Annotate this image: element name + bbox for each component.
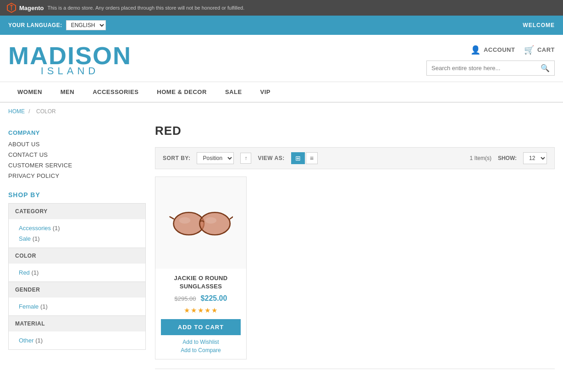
svg-point-6: [179, 217, 191, 224]
product-image-area: [155, 177, 246, 269]
breadcrumb-separator: /: [28, 108, 32, 115]
search-button[interactable]: 🔍: [536, 61, 554, 75]
search-bar: 🔍: [426, 61, 555, 76]
logo-main-text: MADISON: [8, 43, 132, 68]
header-actions: 👤 ACCOUNT 🛒 CART: [470, 45, 555, 55]
language-label: YOUR LANGUAGE:: [8, 22, 62, 28]
add-to-wishlist-link[interactable]: Add to Wishlist: [161, 339, 241, 345]
cart-icon: 🛒: [524, 45, 535, 55]
filter-item-red[interactable]: Red (1): [15, 267, 139, 278]
welcome-text: WELCOME: [523, 22, 555, 28]
main-nav: WOMEN MEN ACCESSORIES HOME & DECOR SALE …: [0, 82, 563, 103]
filter-material-body: Other (1): [9, 331, 145, 349]
filter-gender-body: Female (1): [9, 298, 145, 315]
logo[interactable]: MADISON ISLAND: [8, 43, 132, 77]
nav-item-women: WOMEN: [8, 82, 51, 102]
sidebar-link-privacy-policy[interactable]: PRIVACY POLICY: [8, 171, 146, 181]
price-old: $295.00: [175, 295, 196, 302]
nav-link-home-decor[interactable]: HOME & DECOR: [148, 82, 216, 102]
svg-line-5: [230, 217, 233, 219]
cart-link[interactable]: 🛒 CART: [524, 45, 555, 55]
filter-group-category: CATEGORY Accessories (1) Sale (1): [8, 203, 146, 248]
language-dropdown[interactable]: ENGLISH: [66, 20, 106, 30]
nav-link-accessories[interactable]: ACCESSORIES: [83, 82, 148, 102]
nav-link-sale[interactable]: SALE: [216, 82, 251, 102]
account-link[interactable]: 👤 ACCOUNT: [470, 45, 515, 55]
filter-group-color: COLOR Red (1): [8, 248, 146, 282]
search-input[interactable]: [427, 61, 536, 75]
nav-item-sale: SALE: [216, 82, 251, 102]
items-count: 1 Item(s): [470, 155, 491, 161]
list-icon: ≡: [310, 155, 314, 162]
toolbar-left: SORT BY: Position Name Price ↑ VIEW AS: …: [163, 152, 318, 164]
filter-group-gender: GENDER Female (1): [8, 282, 146, 316]
product-name: JACKIE O ROUND SUNGLASSES: [161, 274, 241, 291]
filter-color-body: Red (1): [9, 264, 145, 282]
add-to-compare-link[interactable]: Add to Compare: [161, 347, 241, 353]
search-icon: 🔍: [541, 64, 550, 72]
product-links: Add to Wishlist Add to Compare: [161, 339, 241, 353]
main-content: COMPANY ABOUT US CONTACT US CUSTOMER SER…: [0, 120, 563, 369]
magento-logo: Magento: [6, 3, 44, 13]
shop-by-title: SHOP BY: [8, 191, 146, 199]
filter-color-header: COLOR: [9, 248, 145, 264]
add-to-cart-button[interactable]: ADD TO CART: [161, 319, 241, 335]
nav-list: WOMEN MEN ACCESSORIES HOME & DECOR SALE …: [8, 82, 555, 102]
language-bar: YOUR LANGUAGE: ENGLISH WELCOME: [0, 16, 563, 35]
sort-direction-button[interactable]: ↑: [240, 153, 251, 164]
sort-asc-icon: ↑: [244, 155, 247, 161]
account-label: ACCOUNT: [484, 46, 515, 53]
sidebar-link-contact-us[interactable]: CONTACT US: [8, 149, 146, 160]
sidebar: COMPANY ABOUT US CONTACT US CUSTOMER SER…: [8, 120, 146, 369]
nav-link-men[interactable]: MEN: [51, 82, 83, 102]
svg-point-7: [205, 217, 217, 224]
sort-by-label: SORT BY:: [163, 155, 190, 161]
breadcrumb-color: COLOR: [36, 108, 56, 115]
sidebar-link-about-us[interactable]: ABOUT US: [8, 139, 146, 149]
filter-material-header: MATERIAL: [9, 316, 145, 331]
product-card: JACKIE O ROUND SUNGLASSES $295.00 $225.0…: [155, 177, 247, 359]
product-rating: ★★★★★: [161, 306, 241, 315]
nav-link-women[interactable]: WOMEN: [8, 82, 51, 102]
price-new: $225.00: [201, 294, 227, 303]
magento-logo-icon: [6, 3, 17, 13]
account-icon: 👤: [470, 45, 481, 55]
header-right: 👤 ACCOUNT 🛒 CART 🔍: [426, 45, 555, 76]
toolbar: SORT BY: Position Name Price ↑ VIEW AS: …: [155, 147, 555, 169]
breadcrumb: HOME / COLOR: [0, 103, 563, 120]
product-price: $295.00 $225.00: [161, 294, 241, 303]
demo-bar: Magento This is a demo store. Any orders…: [0, 0, 563, 16]
bottom-border: [155, 369, 555, 369]
product-image: [169, 204, 233, 241]
filter-item-other[interactable]: Other (1): [15, 335, 139, 346]
language-selector: YOUR LANGUAGE: ENGLISH: [8, 20, 106, 30]
sidebar-link-customer-service[interactable]: CUSTOMER SERVICE: [8, 160, 146, 171]
view-modes: ⊞ ≡: [291, 152, 318, 164]
grid-view-button[interactable]: ⊞: [291, 152, 305, 164]
filter-item-sale[interactable]: Sale (1): [15, 233, 139, 244]
demo-notice: This is a demo store. Any orders placed …: [47, 5, 244, 11]
filter-item-female[interactable]: Female (1): [15, 301, 139, 312]
grid-icon: ⊞: [295, 155, 301, 162]
product-grid: JACKIE O ROUND SUNGLASSES $295.00 $225.0…: [155, 177, 555, 359]
nav-item-men: MEN: [51, 82, 83, 102]
sort-select[interactable]: Position Name Price: [197, 152, 234, 164]
company-section-title: COMPANY: [8, 129, 146, 136]
filter-item-accessories[interactable]: Accessories (1): [15, 223, 139, 233]
nav-item-home-decor: HOME & DECOR: [148, 82, 216, 102]
show-select[interactable]: 12 24 36: [523, 152, 547, 164]
page-title: RED: [155, 124, 555, 138]
product-info: JACKIE O ROUND SUNGLASSES $295.00 $225.0…: [155, 269, 246, 359]
nav-item-accessories: ACCESSORIES: [83, 82, 148, 102]
filter-gender-header: GENDER: [9, 282, 145, 298]
breadcrumb-home[interactable]: HOME: [8, 108, 25, 115]
list-view-button[interactable]: ≡: [306, 152, 318, 164]
svg-line-4: [170, 217, 174, 219]
site-header: MADISON ISLAND 👤 ACCOUNT 🛒 CART 🔍: [0, 35, 563, 82]
toolbar-right: 1 Item(s) SHOW: 12 24 36: [470, 152, 547, 164]
nav-link-vip[interactable]: VIP: [251, 82, 280, 102]
nav-item-vip: VIP: [251, 82, 280, 102]
filter-category-header: CATEGORY: [9, 204, 145, 219]
cart-label: CART: [537, 46, 555, 53]
filter-group-material: MATERIAL Other (1): [8, 316, 146, 350]
